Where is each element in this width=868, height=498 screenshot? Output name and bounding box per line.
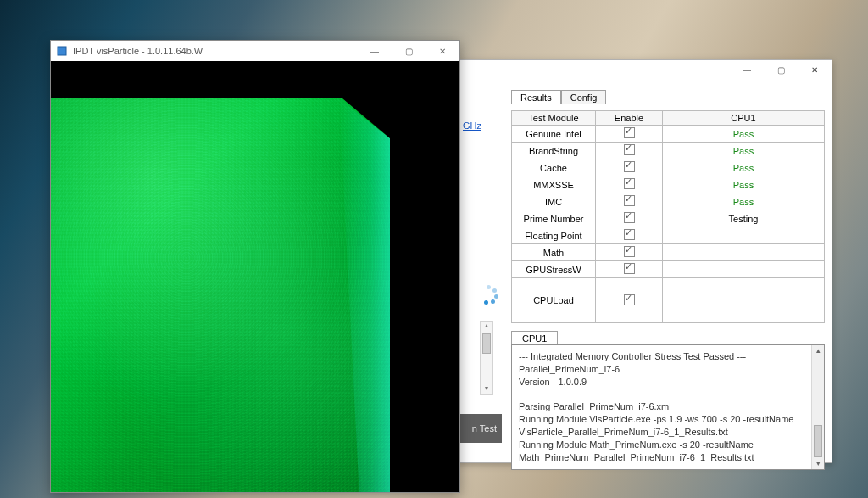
col-header-enable: Enable [596,111,663,126]
window-title: IPDT visParticle - 1.0.11.64b.W [73,46,203,56]
result-cell: Pass [663,159,825,176]
result-cell: Pass [663,193,825,210]
enable-checkbox[interactable] [624,178,635,189]
result-cell [663,244,825,261]
result-cell: Testing [663,210,825,227]
table-row: MMXSSEPass [512,176,825,193]
col-header-module: Test Module [512,111,596,126]
close-button[interactable]: ✕ [798,60,832,79]
minimize-button[interactable]: — [358,42,392,60]
module-cell: Genuine Intel [512,126,596,143]
scroll-down-icon[interactable]: ▾ [481,384,492,394]
app-icon [56,45,68,57]
particle-volume [51,98,390,492]
col-header-cpu: CPU1 [663,111,825,126]
table-row: Genuine IntelPass [512,126,825,143]
table-row: IMCPass [512,193,825,210]
enable-checkbox[interactable] [624,212,635,223]
maximize-button[interactable]: ▢ [392,42,426,60]
enable-cell[interactable] [596,210,663,227]
enable-checkbox[interactable] [624,195,635,206]
enable-cell[interactable] [596,244,663,261]
scroll-thumb[interactable] [482,333,491,354]
enable-cell[interactable] [596,176,663,193]
scroll-down-icon[interactable]: ▾ [812,458,824,469]
result-cell [663,278,825,323]
module-cell: BrandString [512,143,596,159]
enable-checkbox[interactable] [624,263,635,274]
table-row: Floating Point [512,227,825,244]
log-output[interactable]: --- Integrated Memory Controller Stress … [511,344,825,470]
enable-cell[interactable] [596,227,663,244]
log-panel: CPU1 --- Integrated Memory Controller St… [511,330,825,470]
log-tab-cpu1[interactable]: CPU1 [511,331,558,345]
enable-cell[interactable] [596,278,663,323]
stop-test-button[interactable]: n Test [459,414,502,443]
table-row: CachePass [512,159,825,176]
svg-rect-0 [58,47,66,55]
vis-titlebar[interactable]: IPDT visParticle - 1.0.11.64b.W — ▢ ✕ [51,41,459,61]
module-cell: IMC [512,193,596,210]
module-cell: CPULoad [512,278,596,323]
diag-body: Results Config Test Module Enable CPU1 G… [459,79,832,477]
cpu-freq-link[interactable]: GHz [463,120,481,131]
tab-config[interactable]: Config [561,90,607,104]
table-row: GPUStressW [512,261,825,278]
scroll-thumb[interactable] [814,425,822,457]
tab-results[interactable]: Results [511,90,561,104]
result-cell [663,261,825,278]
result-cell: Pass [663,126,825,143]
enable-checkbox[interactable] [624,127,635,138]
log-text: --- Integrated Memory Controller Stress … [519,350,817,464]
module-cell: Math [512,244,596,261]
loading-spinner-icon [479,285,498,304]
module-cell: GPUStressW [512,261,596,278]
enable-cell[interactable] [596,193,663,210]
minimize-button[interactable]: — [730,60,764,79]
diag-titlebar[interactable]: — ▢ ✕ [459,60,832,79]
scroll-up-icon[interactable]: ▴ [481,322,492,332]
test-module-table: Test Module Enable CPU1 Genuine IntelPas… [511,110,825,323]
table-row: Math [512,244,825,261]
result-cell: Pass [663,143,825,159]
close-button[interactable]: ✕ [426,42,459,60]
maximize-button[interactable]: ▢ [764,60,798,79]
enable-cell[interactable] [596,159,663,176]
enable-cell[interactable] [596,126,663,143]
enable-checkbox[interactable] [624,229,635,240]
log-scrollbar[interactable]: ▴ ▾ [811,345,824,469]
module-cell: Prime Number [512,210,596,227]
table-row: BrandStringPass [512,143,825,159]
enable-checkbox[interactable] [624,144,635,155]
visparticle-window: IPDT visParticle - 1.0.11.64b.W — ▢ ✕ [50,40,460,493]
module-cell: Cache [512,159,596,176]
result-cell [663,227,825,244]
module-cell: Floating Point [512,227,596,244]
enable-cell[interactable] [596,261,663,278]
diagnostic-window: — ▢ ✕ Results Config Test Module Enable … [458,59,832,463]
particle-canvas [51,61,459,492]
enable-checkbox[interactable] [624,246,635,257]
result-cell: Pass [663,176,825,193]
results-tabrow: Results Config [511,89,825,104]
enable-checkbox[interactable] [624,161,635,172]
table-row: Prime NumberTesting [512,210,825,227]
hidden-panel-scrollbar[interactable]: ▴ ▾ [480,321,493,395]
enable-checkbox[interactable] [624,294,635,305]
table-row: CPULoad [512,278,825,323]
module-cell: MMXSSE [512,176,596,193]
enable-cell[interactable] [596,143,663,159]
scroll-up-icon[interactable]: ▴ [812,345,824,356]
